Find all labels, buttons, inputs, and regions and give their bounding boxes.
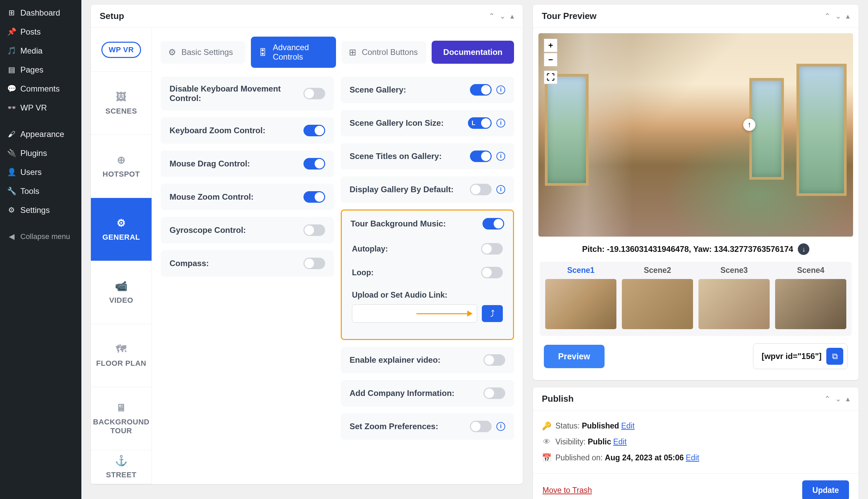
help-icon[interactable]: i — [497, 422, 505, 431]
wrench-icon: 🔧 — [7, 186, 16, 196]
menu-posts[interactable]: 📌Posts — [0, 22, 81, 41]
toggle-loop[interactable] — [481, 267, 503, 278]
zoom-in-button[interactable]: + — [544, 39, 558, 52]
menu-pages[interactable]: ▤Pages — [0, 60, 81, 79]
setting-mouse-zoom: Mouse Zoom Control: — [161, 184, 334, 210]
help-icon[interactable]: i — [497, 119, 505, 127]
scene-thumb-2[interactable]: Scene2 — [622, 262, 693, 329]
publish-status-row: 🔑 Status: PublishedEdit — [542, 418, 849, 434]
setting-autoplay: Autoplay: — [342, 237, 513, 261]
scene-thumbnail-image — [775, 279, 846, 329]
setting-disable-keyboard-movement: Disable Keyboard Movement Control: — [161, 77, 334, 110]
setup-title: Setup — [100, 11, 124, 21]
download-icon[interactable]: ↓ — [798, 243, 809, 255]
tab-video[interactable]: 📹VIDEO — [91, 261, 151, 324]
collapse-menu[interactable]: ◀Collapse menu — [0, 227, 81, 246]
toggle-zoom-preferences[interactable] — [470, 421, 492, 432]
toggle-gallery-icon-size[interactable] — [468, 117, 492, 129]
preview-button[interactable]: Preview — [544, 345, 604, 368]
help-icon[interactable]: i — [497, 152, 505, 161]
menu-settings[interactable]: ⚙Settings — [0, 201, 81, 220]
caret-up-icon[interactable]: ▴ — [510, 12, 514, 21]
wpvr-logo: WP VR — [91, 28, 151, 72]
toggle-scene-gallery[interactable] — [470, 84, 492, 96]
upload-audio-button[interactable]: ⤴ — [482, 305, 503, 322]
move-to-trash-link[interactable]: Move to Trash — [542, 486, 592, 495]
panorama-viewer[interactable]: + − ⛶ ↑ — [538, 33, 853, 236]
tab-background-tour[interactable]: 🖥BACKGROUND TOUR — [91, 387, 151, 450]
scene-window — [545, 74, 589, 186]
update-button[interactable]: Update — [802, 480, 849, 499]
tab-advanced-controls[interactable]: 🎛Advanced Controls — [251, 37, 336, 68]
zoom-controls: + − ⛶ — [544, 39, 558, 84]
chevron-down-icon[interactable]: ⌄ — [835, 12, 841, 21]
shortcode-text: [wpvr id="156"] — [761, 352, 821, 361]
toggle-scene-titles[interactable] — [470, 150, 492, 162]
toggle-gyroscope[interactable] — [304, 224, 325, 236]
publish-body: 🔑 Status: PublishedEdit 👁 Visibility: Pu… — [533, 411, 858, 473]
toggle-explainer-video[interactable] — [484, 354, 505, 366]
setting-zoom-preferences: Set Zoom Preferences:i — [341, 413, 514, 440]
menu-plugins[interactable]: 🔌Plugins — [0, 144, 81, 163]
toggle-tour-music[interactable] — [482, 218, 504, 230]
documentation-button[interactable]: Documentation — [432, 41, 514, 64]
panorama-info: Pitch: -19.136031431946478, Yaw: 134.327… — [538, 236, 853, 262]
chevron-up-icon[interactable]: ⌃ — [489, 12, 495, 21]
toggle-disable-keyboard-movement[interactable] — [304, 88, 325, 99]
chevron-down-icon[interactable]: ⌄ — [835, 394, 841, 403]
dashboard-icon: ⊞ — [7, 8, 16, 17]
tab-scenes[interactable]: 🖼SCENES — [91, 72, 151, 135]
tab-control-buttons[interactable]: ⊞Control Buttons — [341, 41, 426, 64]
grid-icon: ⊞ — [349, 47, 356, 58]
setting-scene-gallery: Scene Gallery:i — [341, 77, 514, 103]
tab-street[interactable]: ⚓STREET — [91, 450, 151, 484]
setup-content: ⚙Basic Settings 🎛Advanced Controls ⊞Cont… — [152, 28, 523, 484]
copy-shortcode-button[interactable]: ⧉ — [826, 348, 843, 365]
scene-thumb-3[interactable]: Scene3 — [698, 262, 770, 329]
toggle-compass[interactable] — [304, 258, 325, 269]
map-icon: 🗺 — [116, 343, 126, 355]
tab-basic-settings[interactable]: ⚙Basic Settings — [161, 41, 245, 64]
scene-thumb-1[interactable]: Scene1 — [545, 262, 616, 329]
preview-column: Tour Preview ⌃ ⌄ ▴ + − ⛶ — [533, 5, 858, 499]
chevron-down-icon[interactable]: ⌄ — [499, 12, 505, 21]
toggle-keyboard-zoom[interactable] — [304, 125, 325, 136]
toggle-display-gallery-default[interactable] — [470, 184, 492, 195]
menu-tools[interactable]: 🔧Tools — [0, 182, 81, 201]
settings-grid: Disable Keyboard Movement Control: Keybo… — [161, 77, 514, 440]
arrow-annotation — [416, 311, 473, 317]
menu-appearance[interactable]: 🖌Appearance — [0, 125, 81, 144]
scene-thumb-4[interactable]: Scene4 — [775, 262, 846, 329]
caret-up-icon[interactable]: ▴ — [846, 394, 850, 403]
tab-hotspot[interactable]: ⊕HOTSPOT — [91, 135, 151, 198]
caret-up-icon[interactable]: ▴ — [846, 12, 850, 21]
toggle-mouse-zoom[interactable] — [304, 191, 325, 203]
help-icon[interactable]: i — [497, 85, 505, 94]
fullscreen-button[interactable]: ⛶ — [544, 71, 558, 84]
preview-footer: Preview [wpvr id="156"] ⧉ — [538, 336, 853, 375]
toggle-company-info[interactable] — [484, 388, 505, 399]
toggle-mouse-drag[interactable] — [304, 158, 325, 170]
chevron-up-icon[interactable]: ⌃ — [824, 394, 830, 403]
calendar-icon: 📅 — [542, 453, 551, 462]
menu-comments[interactable]: 💬Comments — [0, 79, 81, 98]
tab-general[interactable]: ⚙GENERAL — [91, 198, 151, 261]
edit-date-link[interactable]: Edit — [686, 453, 699, 462]
help-icon[interactable]: i — [497, 185, 505, 194]
menu-dashboard[interactable]: ⊞Dashboard — [0, 3, 81, 22]
tab-floorplan[interactable]: 🗺FLOOR PLAN — [91, 324, 151, 387]
menu-media[interactable]: 🎵Media — [0, 41, 81, 60]
display-icon: 🖥 — [116, 402, 126, 414]
shortcode-box: [wpvr id="156"] ⧉ — [753, 343, 848, 369]
edit-visibility-link[interactable]: Edit — [613, 437, 627, 446]
preview-panel-header: Tour Preview ⌃ ⌄ ▴ — [533, 5, 858, 28]
audio-link-input[interactable] — [352, 304, 477, 323]
setting-gyroscope: Gyroscope Control: — [161, 217, 334, 243]
chevron-up-icon[interactable]: ⌃ — [824, 12, 830, 21]
menu-wpvr[interactable]: 👓WP VR — [0, 98, 81, 117]
toggle-autoplay[interactable] — [481, 243, 503, 255]
menu-users[interactable]: 👤Users — [0, 163, 81, 182]
setting-scene-titles: Scene Titles on Gallery:i — [341, 143, 514, 170]
zoom-out-button[interactable]: − — [544, 53, 558, 66]
edit-status-link[interactable]: Edit — [621, 421, 635, 430]
